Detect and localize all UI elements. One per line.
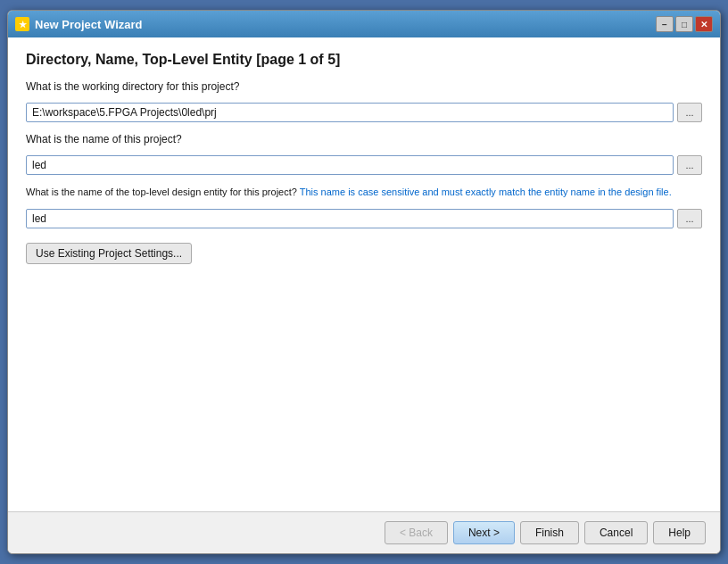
name-row: ... bbox=[26, 155, 702, 175]
name-input[interactable] bbox=[26, 155, 674, 175]
entity-label-plain: What is the name of the top-level design… bbox=[26, 187, 297, 197]
window-title: New Project Wizard bbox=[35, 18, 656, 31]
help-button[interactable]: Help bbox=[653, 521, 706, 544]
entity-label-blue: This name is case sensitive and must exa… bbox=[297, 187, 672, 197]
cancel-button[interactable]: Cancel bbox=[584, 521, 648, 544]
window-controls: − □ ✕ bbox=[656, 16, 713, 32]
next-button[interactable]: Next > bbox=[453, 521, 515, 544]
directory-row: ... bbox=[26, 103, 702, 122]
entity-input[interactable] bbox=[26, 209, 674, 228]
entity-browse-button[interactable]: ... bbox=[677, 209, 702, 228]
name-browse-button[interactable]: ... bbox=[677, 155, 702, 175]
directory-label: What is the working directory for this p… bbox=[26, 80, 702, 93]
minimize-button[interactable]: − bbox=[656, 16, 674, 32]
title-bar: ★ New Project Wizard − □ ✕ bbox=[8, 11, 720, 37]
entity-label: What is the name of the top-level design… bbox=[26, 186, 702, 199]
directory-input[interactable] bbox=[26, 103, 674, 122]
name-label: What is the name of this project? bbox=[26, 133, 702, 145]
close-button[interactable]: ✕ bbox=[695, 16, 713, 32]
use-existing-button[interactable]: Use Existing Project Settings... bbox=[26, 243, 192, 264]
wizard-window: ★ New Project Wizard − □ ✕ Directory, Na… bbox=[7, 10, 721, 554]
directory-browse-button[interactable]: ... bbox=[677, 103, 702, 122]
finish-button[interactable]: Finish bbox=[520, 521, 579, 544]
window-icon: ★ bbox=[15, 17, 29, 31]
content-area: Directory, Name, Top-Level Entity [page … bbox=[8, 37, 720, 511]
maximize-button[interactable]: □ bbox=[675, 16, 693, 32]
footer: < Back Next > Finish Cancel Help bbox=[8, 511, 720, 553]
entity-row: ... bbox=[26, 209, 702, 228]
back-button[interactable]: < Back bbox=[385, 521, 448, 544]
page-title: Directory, Name, Top-Level Entity [page … bbox=[26, 52, 702, 68]
content-spacer bbox=[26, 271, 702, 497]
